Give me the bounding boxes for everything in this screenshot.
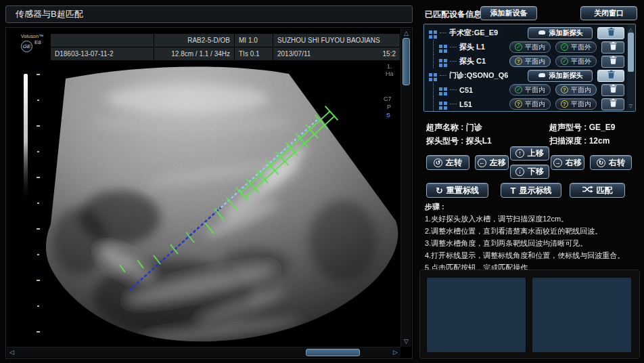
header-cell-empty (51, 34, 154, 47)
tree-probe-row[interactable]: 探头 C1 ? 平面内 ✓ 平面外 (424, 54, 635, 68)
delete-probe-button[interactable] (601, 56, 624, 68)
probe-model-field: 探头型号 : 探头L1 (426, 135, 492, 147)
scroll-up-icon[interactable]: △ (401, 30, 411, 37)
vertical-scroll-thumb[interactable] (402, 38, 410, 85)
tree-scrollbar[interactable]: △ ▽ (627, 25, 635, 110)
move-up-label: 上移 (528, 148, 544, 159)
scroll-left-icon[interactable]: ◁ (9, 349, 14, 356)
rotate-left-icon: ↺ (434, 158, 442, 167)
mi-value: MI 1.0 (235, 34, 273, 47)
tree-device-row[interactable]: 门诊:QSONO_Q6 添加新探头 (424, 68, 635, 83)
probe-icon (538, 72, 546, 80)
field-label: 扫描深度 : (549, 136, 586, 146)
horizontal-scroll-thumb[interactable] (306, 349, 360, 356)
probe-name: C51 (459, 86, 473, 94)
show-line-button[interactable]: T 显示标线 (501, 183, 561, 198)
inplane-status-button[interactable]: ✓ 平面内 (509, 84, 551, 95)
status-button-label: 平面内 (525, 85, 545, 95)
trash-icon (610, 99, 617, 109)
tree-device-row[interactable]: 手术室:GE_E9 添加新探头 (424, 26, 635, 40)
tree-connector (450, 104, 457, 104)
outplane-status-button[interactable]: ✓ 平面外 (555, 41, 597, 53)
inplane-status-button[interactable]: ✓ 平面内 (509, 41, 551, 53)
tree-connector (440, 75, 446, 76)
scan-depth-field: 扫描深度 : 12cm (549, 135, 610, 147)
tis-value: TIs 0.1 (235, 47, 273, 60)
field-label: 超声名称 : (426, 123, 463, 132)
trash-icon (607, 28, 615, 38)
scroll-down-icon[interactable]: ▽ (401, 339, 411, 345)
tree-probe-row[interactable]: L51 ? 平面内 ? 平面内 (424, 97, 635, 111)
tree-node-icon (439, 86, 447, 94)
status-button-label: 平面外 (571, 43, 591, 52)
add-device-label: 添加新设备 (490, 8, 528, 18)
inplane-status-button[interactable]: ? 平面内 (509, 56, 551, 67)
scroll-right-icon[interactable]: ▷ (393, 349, 398, 356)
tree-node-icon (429, 72, 437, 80)
check-icon: ✓ (561, 58, 568, 65)
delete-device-button[interactable] (597, 70, 624, 82)
datetime-cell: 2013/07/11 15:2 (273, 47, 400, 60)
side-annotation: 1. (387, 63, 392, 70)
add-device-button[interactable]: 添加新设备 (480, 6, 537, 20)
add-probe-button[interactable]: 添加新探头 (528, 27, 593, 39)
ultrasound-viewport: Voluson™ GEE8 RAB2-5-D/OB MI 1.0 SUZHOU … (5, 27, 413, 359)
field-value: 12cm (589, 136, 610, 146)
probe-name: 探头 C1 (459, 56, 486, 66)
close-window-label: 关闭窗口 (594, 8, 624, 18)
outplane-status-button[interactable]: ✓ 平面外 (555, 56, 597, 67)
instruction-steps: 步骤 : 1.夹好探头放入水槽，调节扫描深度12cm。 2.调整水槽位置，直到看… (425, 200, 636, 274)
ultrasound-image (18, 62, 404, 349)
rotate-left-button[interactable]: ↺ 左转 (426, 155, 469, 170)
horizontal-scrollbar[interactable]: ◁ ▷ (7, 347, 400, 358)
inplane-status-button[interactable]: ? 平面内 (555, 98, 597, 110)
tree-node-icon (439, 43, 447, 51)
steps-title: 步骤 : (425, 200, 636, 213)
tree-probe-row[interactable]: C51 ✓ 平面内 ? 平面内 (424, 83, 635, 97)
delete-probe-button[interactable] (601, 41, 624, 54)
question-icon: ? (561, 100, 568, 108)
probe-icon (538, 29, 546, 37)
arrow-up-icon: ↑ (515, 149, 524, 158)
match-button[interactable]: 匹配 (570, 183, 625, 198)
close-window-button[interactable]: 关闭窗口 (580, 6, 637, 20)
move-down-button[interactable]: ↓ 下移 (510, 165, 549, 179)
rotate-right-icon: ↻ (597, 158, 605, 167)
matched-devices-title: 已匹配设备信息 : (425, 9, 486, 20)
reset-line-button[interactable]: ↻ 重置标线 (426, 183, 488, 198)
preview-panel-left (426, 277, 526, 353)
vertical-scrollbar[interactable]: △ ▽ (400, 28, 411, 347)
question-icon: ? (561, 86, 568, 93)
field-label: 探头型号 : (426, 136, 463, 146)
rotate-right-button[interactable]: ↻ 右转 (590, 155, 632, 170)
model-label: E8 (34, 39, 41, 45)
delete-probe-button[interactable] (601, 84, 624, 96)
delete-probe-button[interactable] (601, 98, 624, 110)
tree-probe-row[interactable]: 探头 L1 ✓ 平面内 ✓ 平面外 (424, 40, 635, 54)
delete-device-button[interactable] (597, 27, 624, 39)
field-value: 门诊 (466, 123, 482, 132)
move-left-button[interactable]: ← 左移 (475, 155, 509, 170)
brand-label: Voluson™ (21, 34, 51, 39)
inplane-status-button[interactable]: ? 平面内 (555, 84, 597, 95)
tree-connector (450, 47, 457, 47)
arrow-left-icon: ← (478, 158, 486, 167)
tree-scroll-thumb[interactable] (628, 33, 634, 72)
move-up-button[interactable]: ↑ 上移 (510, 146, 549, 161)
move-right-button[interactable]: → 右移 (551, 155, 584, 170)
ultrasound-model-field: 超声型号 : GE_E9 (549, 122, 615, 133)
arrow-down-icon: ↓ (515, 167, 524, 176)
scan-date: 2013/07/11 (277, 47, 310, 60)
scroll-down-icon[interactable]: ▽ (627, 103, 635, 109)
tree-connector (433, 40, 434, 54)
tree-node-icon (439, 100, 447, 108)
add-probe-button[interactable]: 添加新探头 (528, 70, 593, 82)
scroll-up-icon[interactable]: △ (627, 26, 635, 33)
status-button-label: 平面内 (525, 43, 545, 52)
inplane-status-button[interactable]: ? 平面内 (509, 98, 551, 110)
scan-time: 15:2 (383, 47, 396, 60)
step-item: 1.夹好探头放入水槽，调节扫描深度12cm。 (425, 213, 636, 225)
tgc-bar (24, 74, 28, 199)
status-button-label: 平面内 (525, 100, 545, 109)
reset-line-label: 重置标线 (446, 185, 479, 196)
